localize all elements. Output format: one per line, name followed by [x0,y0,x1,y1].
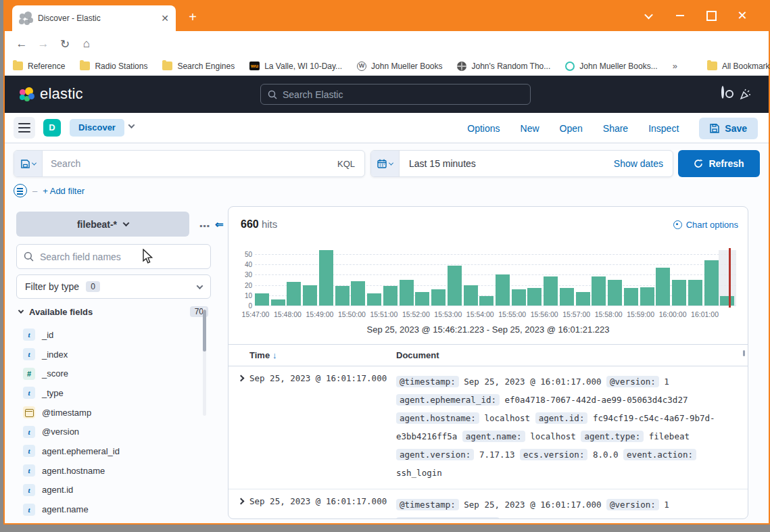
table-row[interactable]: Sep 25, 2023 @ 16:01:17.000@timestamp: S… [228,489,748,519]
table-row[interactable]: Sep 25, 2023 @ 16:01:17.000@timestamp: S… [228,366,748,489]
field-list-item[interactable]: t@version [23,422,199,441]
histogram-bar[interactable] [319,250,333,306]
field-filter-options-icon[interactable]: ▪▪▪ [199,221,210,231]
menu-hamburger-icon[interactable] [14,117,35,139]
histogram-bar[interactable] [271,299,285,306]
field-list-item[interactable]: tagent.hostname [23,461,199,481]
whats-new-icon[interactable] [739,87,752,101]
histogram-bar[interactable] [287,282,301,306]
menu-item-options[interactable]: Options [467,123,500,134]
histogram-bar[interactable] [656,268,670,306]
histogram-bar[interactable] [560,288,574,306]
histogram-bar[interactable] [351,281,365,306]
table-scrollbar[interactable] [743,350,745,356]
filter-menu-icon[interactable] [14,184,27,197]
time-column-header[interactable]: Time↓ [249,350,277,360]
expand-row-icon[interactable] [238,375,245,382]
breadcrumb-chevron-icon[interactable] [128,122,135,128]
help-icon[interactable] [721,87,724,97]
sidebar-scrollbar[interactable] [203,308,206,416]
expand-row-icon[interactable] [238,498,245,505]
bookmark-item[interactable]: wuLa Valle, WI 10-Day... [249,62,342,71]
field-list-item[interactable]: tagent.ephemeral_id [23,441,199,461]
bookmark-item[interactable]: WJohn Mueller Books [357,62,442,71]
close-button[interactable]: ✕ [732,7,752,24]
document-field-chip: agent.hostname: [396,412,479,424]
maximize-button[interactable] [701,7,721,24]
histogram-bar[interactable] [608,280,622,306]
menu-item-share[interactable]: Share [603,123,628,134]
elastic-search-input[interactable]: Search Elastic [260,84,531,105]
time-range-value[interactable]: Last 15 minutes [400,158,604,169]
saved-query-menu-button[interactable] [14,151,43,176]
histogram-bar[interactable] [383,286,398,306]
minimize-button[interactable] [670,7,690,24]
menu-item-inspect[interactable]: Inspect [648,123,679,134]
all-bookmarks-button[interactable]: All Bookmarks [707,62,770,71]
field-list-item[interactable]: tagent.name [23,500,199,519]
back-icon[interactable]: ← [13,35,30,53]
tab-close-icon[interactable]: ✕ [161,13,169,24]
refresh-button[interactable]: Refresh [678,150,760,177]
save-button[interactable]: Save [699,118,758,139]
bookmark-item[interactable]: Radio Stations [80,62,147,71]
histogram-bar[interactable] [400,280,414,306]
menu-item-open[interactable]: Open [560,123,583,134]
field-list-item[interactable]: t_index [23,345,199,364]
chart-options-button[interactable]: Chart options [673,220,738,230]
histogram-bar[interactable] [496,274,510,306]
index-pattern-selector[interactable]: filebeat-* [16,212,189,237]
field-list-item[interactable]: t_id [23,325,199,345]
histogram-bar[interactable] [624,288,638,306]
histogram-bar[interactable] [544,276,558,306]
show-dates-button[interactable]: Show dates [604,158,673,169]
tab-search-chevron-icon[interactable] [638,7,658,24]
histogram-bar[interactable] [592,276,606,306]
field-search-input[interactable]: Search field names [16,244,211,269]
histogram-bar[interactable] [431,289,446,306]
browser-tab[interactable]: Discover - Elastic ✕ [12,5,176,31]
forward-icon[interactable]: → [34,35,52,53]
query-search-input[interactable]: Search [43,158,328,169]
bookmark-item[interactable]: John's Random Tho... [457,62,550,71]
menu-item-new[interactable]: New [521,123,539,134]
histogram-bar[interactable] [255,293,269,306]
histogram-bar[interactable] [464,285,478,306]
reload-icon[interactable]: ↻ [56,35,74,53]
histogram-bar[interactable] [303,285,317,306]
filter-by-type-select[interactable]: Filter by type 0 [16,274,211,299]
add-filter-button[interactable]: + Add filter [43,186,85,196]
histogram-bar[interactable] [527,288,542,306]
histogram-bar[interactable] [335,286,350,306]
bookmarks-overflow-chevrons[interactable]: » [673,61,677,71]
histogram-bar[interactable] [576,292,590,306]
x-axis-tick-label: 16:00:00 [659,310,687,318]
collapse-sidebar-icon[interactable]: ⇐ [215,218,224,231]
histogram-bar[interactable] [479,296,494,306]
field-list-item[interactable]: tagent.id [23,481,199,500]
histogram-bar[interactable] [415,292,429,306]
bookmark-item[interactable]: John Mueller Books... [565,62,657,71]
available-fields-header[interactable]: Available fields 70 [19,306,208,317]
histogram-bar[interactable] [512,289,526,306]
bookmark-item[interactable]: Search Engines [162,62,235,71]
date-quick-menu-button[interactable] [371,151,400,176]
histogram-bar[interactable] [720,296,734,306]
histogram-bar[interactable] [448,266,462,306]
new-tab-button[interactable]: + [183,8,202,27]
field-list-item[interactable]: @timestamp [23,403,199,422]
field-list-item[interactable]: t_type [23,383,199,403]
breadcrumb[interactable]: Discover [70,119,124,137]
histogram-bar[interactable] [688,280,702,306]
elastic-logo[interactable]: elastic [20,85,83,103]
query-language-button[interactable]: KQL [328,159,364,169]
field-list-item[interactable]: #_score [23,364,199,383]
elastic-header: elastic Search Elastic [5,76,769,113]
histogram-bar[interactable] [704,260,719,306]
bookmark-item[interactable]: Reference [13,62,65,71]
home-icon[interactable]: ⌂ [78,35,95,53]
histogram-bar[interactable] [672,280,686,306]
space-badge[interactable]: D [43,119,61,137]
histogram-bar[interactable] [367,293,381,306]
histogram-bar[interactable] [640,287,654,306]
